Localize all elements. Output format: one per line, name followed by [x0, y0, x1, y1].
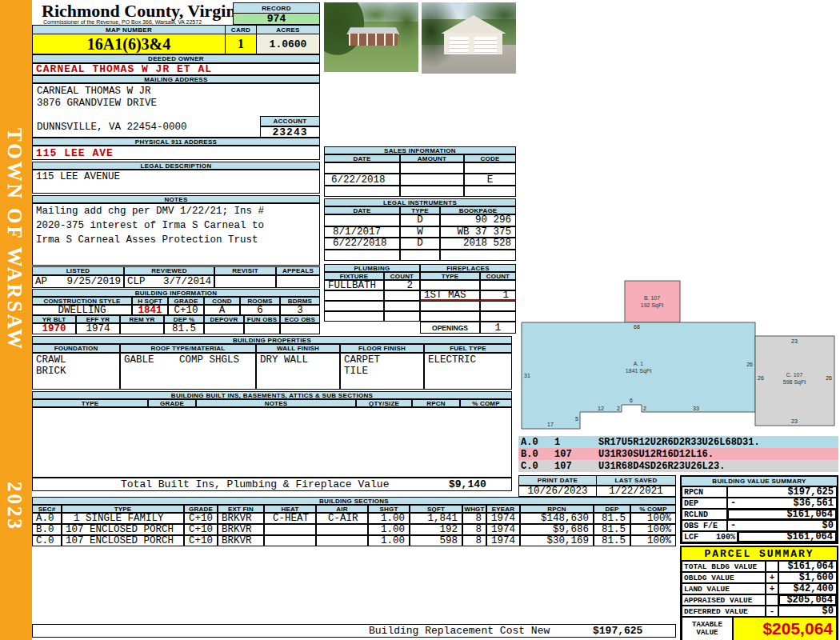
li-row-date [324, 250, 400, 262]
fireplace-count [480, 311, 516, 322]
bs-rpcn: $9,686 [520, 524, 594, 535]
mail-line-3: DUNNSVILLE, VA 22454-0000 [37, 122, 187, 133]
fireplace-count [480, 280, 516, 290]
fireplace-type [420, 280, 480, 290]
listed-by: AP [35, 276, 47, 287]
sidebar-town-label: TOWN OF WARSAW [3, 80, 26, 400]
bi-grade-header: GRADE [148, 399, 196, 407]
reviewed-date: 3/7/2014 [163, 276, 211, 287]
mailing-address-header: MAILING ADDRESS [32, 75, 320, 83]
sales-row-date [324, 186, 400, 197]
li-row-bookpage: 2018 528 [440, 238, 516, 250]
sketch-c-label: C. 107 [786, 372, 803, 378]
bs-heat [264, 524, 316, 535]
ps-bldg-value: $161,064 [778, 561, 837, 572]
ps-land-label: LAND VALUE [682, 583, 766, 594]
bs-sec: A.0 [32, 513, 62, 524]
building-info-value-row-1: DWELLING 1841 C+10 A 6 3 [32, 305, 320, 315]
li-row-date [324, 214, 400, 226]
bs-sec: B.0 [32, 524, 62, 535]
building-value-summary: BUILDING VALUE SUMMARY RPCN $197,625 DEP… [680, 475, 838, 544]
replacement-cost-value: $197,625 [593, 625, 642, 637]
building-properties-header-row: FOUNDATION ROOF TYPE/MATERIAL WALL FINIS… [32, 344, 512, 353]
sales-row-date: 6/22/2018 [324, 174, 400, 185]
fireplace-type: 1ST MAS [420, 290, 480, 301]
legend-sec: A.0 [518, 437, 554, 448]
sketch-b-sqft: 192 SqFt [641, 302, 663, 309]
vs-rpcn-label: RPCN [682, 486, 727, 498]
built-ins-header: BUILDING BUILT INS, BASEMENTS, ATTICS & … [32, 391, 512, 399]
garage-door-right [474, 37, 497, 54]
hsqft-header: H SQFT [132, 297, 168, 305]
vs-row-obs: OBS F/E -$0 [682, 520, 837, 531]
legal-description-text: 115 LEE AVENUE [36, 171, 120, 182]
bs-shgt: 1.00 [368, 535, 410, 546]
roof-header: ROOF TYPE/MATERIAL [120, 344, 256, 353]
rooms-header: ROOMS [240, 297, 280, 305]
li-bookpage-header: BOOKPAGE [440, 206, 516, 214]
bs-air: C-AIR [316, 513, 368, 524]
record-value: 974 [233, 13, 320, 25]
building-properties-header: BUILDING PROPERTIES [32, 336, 512, 344]
legend-vector: U31R68D4SD26R23U26L23. [598, 461, 725, 472]
building-sketch: B. 107 192 SqFt A. 1 1841 SqFt C. 107 59… [518, 272, 840, 432]
grade-value: C+10 [168, 305, 204, 315]
plumbing-count-header: COUNT [384, 272, 420, 280]
ps-appraised-label: APPRAISED VALUE [682, 594, 766, 606]
fuel-type-header: FUEL TYPE [424, 344, 512, 353]
legal-description-header: LEGAL DESCRIPTION [32, 162, 320, 170]
parcel-summary: PARCEL SUMMARY TOTAL BLDG VALUE $161,064… [680, 546, 838, 640]
built-ins-empty-box [32, 407, 512, 478]
ps-deferred-value: $0 [778, 606, 837, 617]
mail-line-2: 3876 GRANDVIEW DRIVE [37, 98, 157, 109]
fireplace-type [420, 301, 480, 311]
bs-shgt-header: SHGT [368, 505, 410, 513]
bs-air [316, 535, 368, 546]
taxable-value-cell: $205,064 [733, 617, 837, 640]
dim-c-left: 26 [758, 375, 764, 381]
sales-date-header: DATE [324, 154, 400, 162]
cond-header: COND [204, 297, 240, 305]
remyr-header: REM YR [120, 315, 164, 323]
li-row-type: D [400, 238, 440, 250]
openings-label: OPENINGS [432, 324, 468, 332]
taxable-label-cell: TAXABLE VALUE [682, 617, 733, 640]
vs-rclnd-value: $161,064 [786, 509, 833, 520]
bs-eyear: 1974 [486, 513, 520, 524]
ps-land-op: + [766, 583, 778, 594]
bs-sqft-header: SQFT [410, 505, 462, 513]
bs-grade-header: GRADE [184, 505, 218, 513]
built-ins-header-row: TYPE GRADE NOTES QTY/SIZE RPCN % COMP [32, 399, 512, 407]
bs-extfin: BRKVR [218, 513, 264, 524]
li-row-bookpage: WB 37 375 [440, 226, 516, 238]
legend-row-a: A.0 1 SR17U5R12U2R6D2R33U26L68D31. [518, 436, 838, 448]
reviewed-by: CLP [127, 276, 146, 287]
building-info-header-row-2: YR BLT EFF YR REM YR DEP % DEPOVR FUN OB… [32, 315, 320, 323]
fixture-header: FIXTURE [324, 272, 384, 280]
built-ins-total-value: $9,140 [449, 478, 486, 490]
construction-style-value: DWELLING [32, 305, 132, 315]
vs-lcf-value: $161,064 [786, 531, 833, 542]
bs-type: 107 ENCLOSED PORCH [62, 535, 184, 546]
bdrms-header: BDRMS [280, 297, 320, 305]
dim-c-right: 26 [826, 375, 832, 381]
building-value-summary-header: BUILDING VALUE SUMMARY [682, 477, 837, 486]
vs-rclnd-label: RCLND [682, 509, 727, 520]
cond-value: A [204, 305, 240, 315]
legend-row-b: B.0 107 U31R30SU12R16D12L16. [518, 448, 838, 460]
vs-obs-op: - [730, 520, 736, 531]
floor-line-1: CARPET [344, 354, 380, 366]
ecoobs-value [280, 323, 320, 334]
ps-obldg-value: $1,600 [778, 572, 837, 583]
openings-label-cell: OPENINGS [420, 322, 480, 334]
fuel-type-value: ELECTRIC [424, 353, 512, 390]
last-saved-header: LAST SAVED [596, 475, 676, 486]
effyr-value: 1974 [76, 323, 120, 334]
review-header-row: LISTED REVIEWED REVISIT APPEALS [32, 266, 320, 275]
plumbing-fireplace-rows: FULLBATH 2 1ST MAS 1 [324, 280, 516, 322]
li-row-bookpage [440, 250, 516, 262]
vs-lcf-pct: 100% [716, 533, 735, 542]
bi-qty-header: QTY/SIZE [356, 399, 412, 407]
dim-a-b2: 5 [575, 416, 578, 422]
bs-rpcn: $30,169 [520, 535, 594, 546]
